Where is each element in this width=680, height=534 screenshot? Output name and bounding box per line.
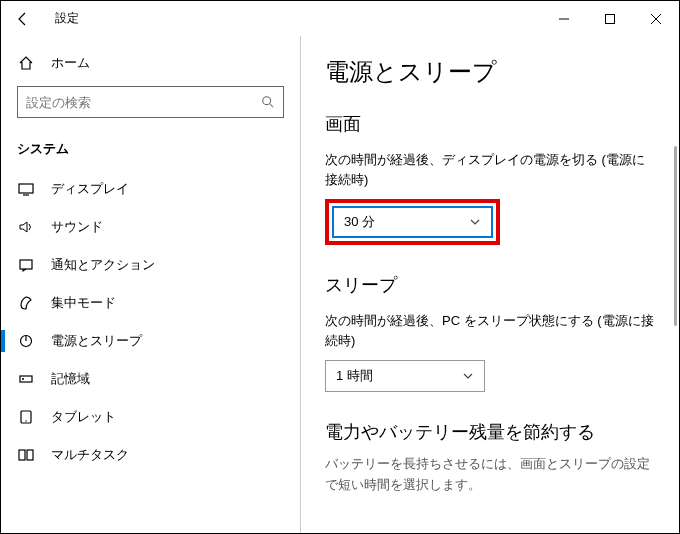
svg-point-10 (22, 378, 24, 380)
close-button[interactable] (633, 4, 679, 34)
category-label: システム (1, 128, 300, 170)
screen-section-title: 画面 (325, 112, 655, 136)
sidebar-item-label: サウンド (51, 218, 103, 236)
sleep-value: 1 時間 (336, 367, 373, 385)
svg-rect-1 (606, 14, 615, 23)
svg-rect-4 (19, 184, 33, 193)
sidebar-item-label: 電源とスリープ (51, 332, 142, 350)
screen-off-label: 次の時間が経過後、ディスプレイの電源を切る (電源に接続時) (325, 150, 655, 189)
sidebar-item-multitask[interactable]: マルチタスク (1, 436, 300, 474)
svg-rect-6 (20, 260, 32, 269)
sidebar-item-tablet[interactable]: タブレット (1, 398, 300, 436)
sleep-label: 次の時間が経過後、PC をスリープ状態にする (電源に接続時) (325, 311, 655, 350)
sidebar-item-label: マルチタスク (51, 446, 129, 464)
titlebar: 設定 (1, 1, 679, 36)
home-label: ホーム (51, 54, 90, 72)
svg-point-2 (263, 97, 271, 105)
sidebar: ホーム システム ディスプレイ (1, 36, 301, 533)
home-link[interactable]: ホーム (1, 44, 300, 82)
sidebar-item-label: 集中モード (51, 294, 116, 312)
sidebar-item-label: ディスプレイ (51, 180, 129, 198)
highlight-annotation: 30 分 (325, 199, 500, 245)
notifications-icon (17, 256, 35, 274)
search-input[interactable] (26, 95, 261, 110)
sound-icon (17, 218, 35, 236)
svg-rect-14 (27, 450, 33, 460)
svg-rect-9 (20, 376, 32, 382)
maximize-button[interactable] (587, 4, 633, 34)
chevron-down-icon (469, 216, 481, 228)
scrollbar-thumb[interactable] (674, 146, 677, 326)
storage-icon (17, 370, 35, 388)
sidebar-item-power-sleep[interactable]: 電源とスリープ (1, 322, 300, 360)
multitask-icon (17, 446, 35, 464)
svg-point-12 (25, 420, 26, 421)
back-button[interactable] (13, 9, 33, 29)
focus-icon (17, 294, 35, 312)
search-icon (261, 95, 275, 109)
sidebar-item-label: タブレット (51, 408, 116, 426)
sidebar-item-notifications[interactable]: 通知とアクション (1, 246, 300, 284)
display-icon (17, 180, 35, 198)
sidebar-item-storage[interactable]: 記憶域 (1, 360, 300, 398)
sleep-dropdown[interactable]: 1 時間 (325, 360, 485, 392)
sidebar-item-sound[interactable]: サウンド (1, 208, 300, 246)
power-save-help: バッテリーを長持ちさせるには、画面とスリープの設定で短い時間を選択します。 (325, 454, 655, 496)
search-box[interactable] (17, 86, 284, 118)
sidebar-item-focus[interactable]: 集中モード (1, 284, 300, 322)
sidebar-item-display[interactable]: ディスプレイ (1, 170, 300, 208)
sidebar-item-label: 記憶域 (51, 370, 90, 388)
minimize-button[interactable] (541, 4, 587, 34)
page-title: 電源とスリープ (325, 56, 655, 88)
svg-rect-13 (19, 450, 25, 460)
screen-off-dropdown[interactable]: 30 分 (332, 206, 493, 238)
main-content: 電源とスリープ 画面 次の時間が経過後、ディスプレイの電源を切る (電源に接続時… (301, 36, 679, 533)
power-save-section-title: 電力やバッテリー残量を節約する (325, 420, 655, 444)
home-icon (17, 54, 35, 72)
sleep-section-title: スリープ (325, 273, 655, 297)
power-icon (17, 332, 35, 350)
screen-off-value: 30 分 (344, 213, 375, 231)
chevron-down-icon (462, 370, 474, 382)
sidebar-item-label: 通知とアクション (51, 256, 155, 274)
svg-line-3 (270, 104, 274, 108)
tablet-icon (17, 408, 35, 426)
scrollbar[interactable] (671, 36, 679, 533)
window-title: 設定 (55, 10, 79, 27)
